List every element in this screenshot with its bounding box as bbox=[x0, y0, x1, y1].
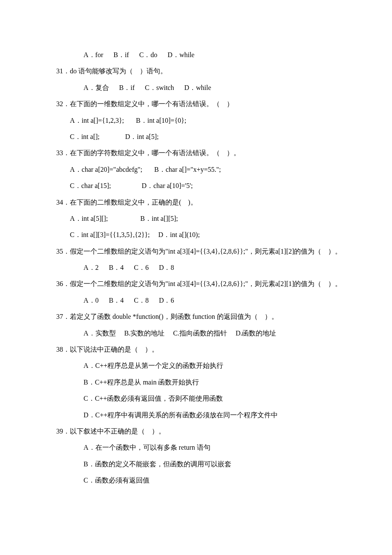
question-34-options-ab: A．int a[5][]; B．int a[][5]; bbox=[43, 211, 349, 227]
question-37-options: A．实数型 B.实数的地址 C.指向函数的指针 D.函数的地址 bbox=[43, 325, 349, 341]
question-31: 31．do 语句能够改写为（ ）语句。 bbox=[43, 63, 349, 79]
question-33-options-cd: C．char a[15]; D．char a[10]='5'; bbox=[43, 178, 349, 194]
question-39: 39．以下叙述中不正确的是（ ）。 bbox=[43, 423, 349, 439]
question-38: 38．以下说法中正确的是（ ）。 bbox=[43, 341, 349, 358]
question-30-options: A．for B．if C．do D．while bbox=[43, 47, 349, 63]
document-page: A．for B．if C．do D．while 31．do 语句能够改写为（ ）… bbox=[0, 0, 392, 532]
question-32-options-cd: C．int a[]; D．int a[5]; bbox=[43, 129, 349, 145]
question-39-option-a: A．在一个函数中，可以有多条 return 语句 bbox=[43, 439, 349, 456]
question-38-option-d: D．C++程序中有调用关系的所有函数必须放在同一个程序文件中 bbox=[43, 407, 349, 423]
question-32: 32．在下面的一维数组定义中，哪一个有语法错误。（ ） bbox=[43, 96, 349, 112]
question-38-option-c: C．C++函数必须有返回值，否则不能使用函数 bbox=[43, 390, 349, 407]
question-35-options: A．2 B．4 C．6 D．8 bbox=[43, 260, 349, 276]
question-36: 36．假定一个二维数组的定义语句为"int a[3][4]={{3,4},{2,… bbox=[43, 276, 349, 292]
question-31-options: A．复合 B．if C．switch D．while bbox=[43, 80, 349, 96]
question-34-options-cd: C．int a[][3]={{1,3,5},{2}}; D．int a[](10… bbox=[43, 227, 349, 243]
question-39-option-c: C．函数必须有返回值 bbox=[43, 472, 349, 489]
question-35: 35．假定一个二维数组的定义语句为"int a[3][4]={{3,4},{2,… bbox=[43, 243, 349, 260]
question-37: 37．若定义了函数 double *function()，则函数 functio… bbox=[43, 309, 349, 325]
question-38-option-b: B．C++程序总是从 main 函数开始执行 bbox=[43, 374, 349, 390]
question-33: 33．在下面的字符数组定义中，哪一个有语法错误。（ ）。 bbox=[43, 145, 349, 161]
question-38-option-a: A．C++程序总是从第一个定义的函数开始执行 bbox=[43, 358, 349, 374]
question-33-options-ab: A．char a[20]="abcdefg"; B．char a[]="x+y=… bbox=[43, 162, 349, 178]
question-36-options: A．0 B．4 C．8 D．6 bbox=[43, 292, 349, 309]
question-34: 34．在下面的二维数组定义中，正确的是( )。 bbox=[43, 194, 349, 211]
question-39-option-b: B．函数的定义不能嵌套，但函数的调用可以嵌套 bbox=[43, 456, 349, 472]
question-32-options-ab: A．int a[]={1,2,3}; B．int a[10]={0}; bbox=[43, 113, 349, 129]
